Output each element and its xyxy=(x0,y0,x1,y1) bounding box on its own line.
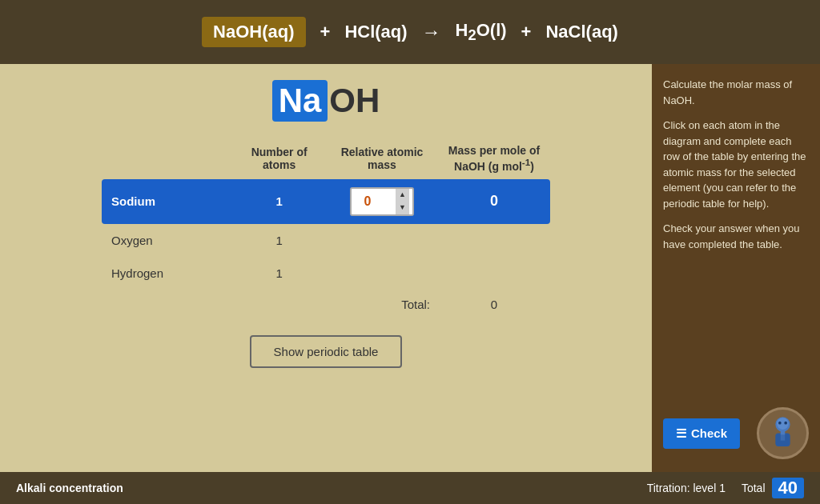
content-area: Na OH Number ofatoms Relative atomicmass… xyxy=(0,64,652,472)
col-header-mole: Mass per mole ofNaOH (g mol-1) xyxy=(438,138,550,179)
total-empty-cell xyxy=(232,290,326,319)
instruction-line2: Click on each atom in the diagram and co… xyxy=(663,118,809,211)
compound-rest: OH xyxy=(329,82,380,120)
table-row-oxygen: Oxygen 1 xyxy=(102,224,550,257)
main-layout: Na OH Number ofatoms Relative atomicmass… xyxy=(0,64,820,472)
bottom-right: Titration: level 1 Total 40 xyxy=(647,478,804,498)
spinner-down-btn[interactable]: ▼ xyxy=(396,202,409,214)
instruction-line3: Check your answer when you have complete… xyxy=(663,221,809,252)
table-row-sodium: Sodium 1 ▲ ▼ 0 xyxy=(102,179,550,224)
h2o-eq-item: H2O(l) xyxy=(456,20,507,44)
chemical-equation: NaOH(aq) + HCl(aq) → H2O(l) + NaCl(aq) xyxy=(202,17,618,47)
table-row-hydrogen: Hydrogen 1 xyxy=(102,257,550,290)
compound-title: Na OH xyxy=(272,80,380,122)
oxygen-atom-count: 1 xyxy=(232,224,326,257)
naoh-eq-item: NaOH(aq) xyxy=(202,17,305,47)
molar-mass-table: Number ofatoms Relative atomicmass Mass … xyxy=(102,138,550,319)
hydrogen-atomic-mass-cell xyxy=(326,257,438,290)
avatar xyxy=(757,407,809,459)
check-area: ☰ Check xyxy=(663,407,809,459)
check-button[interactable]: ☰ Check xyxy=(663,418,740,449)
table-row-total: Total: 0 xyxy=(102,290,550,319)
compound-na: Na xyxy=(272,80,328,122)
equation-bar: NaOH(aq) + HCl(aq) → H2O(l) + NaCl(aq) xyxy=(0,0,820,64)
titration-label: Titration: level 1 xyxy=(647,482,726,494)
col-header-element xyxy=(102,138,232,179)
svg-point-2 xyxy=(778,422,782,425)
sodium-atom-count: 1 xyxy=(232,179,326,224)
sodium-mass-per-mole: 0 xyxy=(438,179,550,224)
table-header-row: Number ofatoms Relative atomicmass Mass … xyxy=(102,138,550,179)
col-header-atoms: Number ofatoms xyxy=(232,138,326,179)
sodium-element-label: Sodium xyxy=(102,179,232,224)
hydrogen-element-label: Hydrogen xyxy=(102,257,232,290)
sodium-mass-input[interactable] xyxy=(352,194,396,209)
total-value: 0 xyxy=(438,290,550,319)
total-label: Total: xyxy=(326,290,438,319)
svg-rect-6 xyxy=(781,430,786,435)
spinner-up-btn[interactable]: ▲ xyxy=(396,189,409,202)
hydrogen-atom-count: 1 xyxy=(232,257,326,290)
total-number-value: 40 xyxy=(772,478,804,498)
periodic-table-btn-wrapper: Show periodic table xyxy=(250,335,403,368)
sodium-atomic-mass-cell[interactable]: ▲ ▼ xyxy=(326,179,438,224)
oxygen-mass-per-mole xyxy=(438,224,550,257)
check-icon: ☰ xyxy=(676,426,686,441)
oxygen-element-label: Oxygen xyxy=(102,224,232,257)
bottom-bar: Alkali concentration Titration: level 1 … xyxy=(0,472,820,504)
arrow-eq-item: → xyxy=(422,21,441,43)
total-label-cell xyxy=(102,290,232,319)
hydrogen-mass-per-mole xyxy=(438,257,550,290)
instructions-text: Calculate the molar mass of NaOH. Click … xyxy=(663,77,809,399)
nacl-eq-item: NaCl(aq) xyxy=(545,22,617,42)
plus2-eq-item: + xyxy=(521,22,532,42)
col-header-mass: Relative atomicmass xyxy=(326,138,438,179)
avatar-svg xyxy=(761,411,805,455)
svg-point-3 xyxy=(784,422,787,425)
show-periodic-table-button[interactable]: Show periodic table xyxy=(250,335,403,368)
plus1-eq-item: + xyxy=(320,22,331,42)
spinner-buttons: ▲ ▼ xyxy=(396,189,409,214)
instruction-line1: Calculate the molar mass of NaOH. xyxy=(663,77,809,108)
check-label: Check xyxy=(691,426,727,440)
oxygen-atomic-mass-cell xyxy=(326,224,438,257)
right-panel: Calculate the molar mass of NaOH. Click … xyxy=(652,64,820,472)
total-text-label: Total xyxy=(742,482,766,494)
bottom-left-label: Alkali concentration xyxy=(16,482,123,494)
sodium-mass-spinner[interactable]: ▲ ▼ xyxy=(350,187,414,216)
total-display: Total 40 xyxy=(742,478,804,498)
hcl-eq-item: HCl(aq) xyxy=(344,22,407,42)
